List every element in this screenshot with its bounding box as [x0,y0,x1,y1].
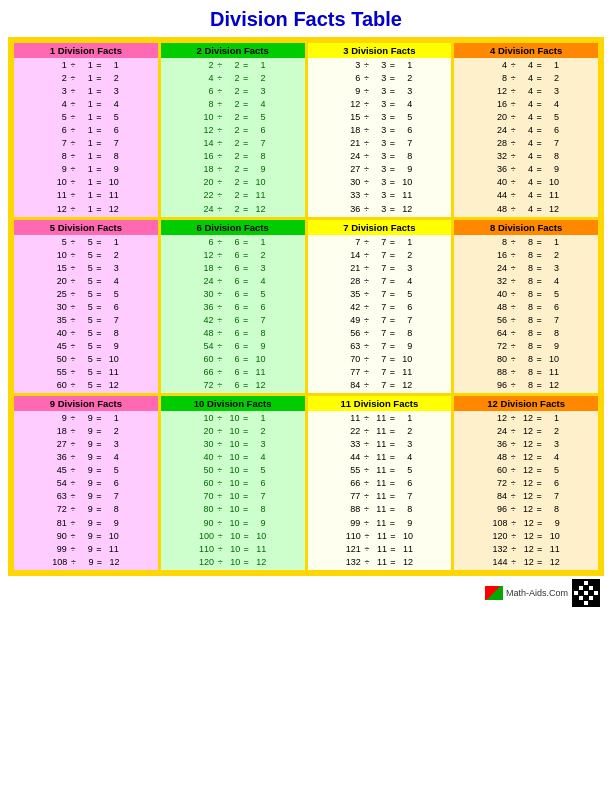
quotient: 12 [399,556,413,569]
eq-op: = [242,85,250,98]
fact-row: 36÷4=9 [457,163,595,176]
dividend: 18 [200,163,214,176]
eq-op: = [95,111,103,124]
quotient: 3 [545,262,559,275]
div-op: ÷ [362,249,370,262]
div-op: ÷ [216,124,224,137]
eq-op: = [242,236,250,249]
eq-op: = [535,262,543,275]
divisor: 5 [79,301,93,314]
dividend: 110 [346,530,361,543]
dividend: 96 [493,503,507,516]
dividend: 30 [53,301,67,314]
divisor: 4 [519,85,533,98]
divisor: 12 [520,517,534,530]
dividend: 45 [53,340,67,353]
dividend: 60 [200,353,214,366]
section-3: 3 Division Facts3÷3=16÷3=29÷3=312÷3=415÷… [308,43,452,217]
fact-row: 81÷9=9 [17,517,155,530]
fact-row: 35÷5=7 [17,314,155,327]
fact-row: 12÷1=12 [17,203,155,216]
quotient: 10 [546,530,560,543]
divisor: 6 [226,288,240,301]
div-op: ÷ [216,490,224,503]
div-op: ÷ [216,438,224,451]
fact-row: 9÷3=3 [311,85,449,98]
eq-op: = [388,412,396,425]
fact-row: 108÷9=12 [17,556,155,569]
dividend: 6 [200,85,214,98]
dividend: 45 [53,464,67,477]
fact-row: 40÷4=10 [457,176,595,189]
dividend: 30 [346,176,360,189]
dividend: 132 [346,556,361,569]
quotient: 9 [105,163,119,176]
div-op: ÷ [216,543,224,556]
dividend: 1 [53,59,67,72]
dividend: 20 [493,111,507,124]
dividend: 144 [493,556,508,569]
quotient: 1 [252,59,266,72]
eq-op: = [242,163,250,176]
eq-op: = [388,72,396,85]
quotient: 2 [398,425,412,438]
divisor: 5 [79,314,93,327]
divisor: 3 [372,85,386,98]
dividend: 11 [346,412,360,425]
fact-row: 16÷4=4 [457,98,595,111]
div-op: ÷ [363,543,371,556]
eq-op: = [535,340,543,353]
div-op: ÷ [216,530,224,543]
div-op: ÷ [362,366,370,379]
eq-op: = [388,124,396,137]
quotient: 2 [252,72,266,85]
section-7-header: 7 Division Facts [308,220,452,235]
eq-op: = [95,59,103,72]
div-op: ÷ [509,163,517,176]
eq-op: = [535,301,543,314]
divisor: 3 [372,176,386,189]
dividend: 12 [200,124,214,137]
div-op: ÷ [362,327,370,340]
div-op: ÷ [216,464,224,477]
quotient: 11 [398,366,412,379]
div-op: ÷ [69,249,77,262]
divisor: 7 [372,275,386,288]
div-op: ÷ [69,543,77,556]
divisor: 8 [519,366,533,379]
dividend: 10 [200,412,214,425]
dividend: 50 [200,464,214,477]
divisor: 10 [226,464,240,477]
dividend: 48 [493,203,507,216]
divisor: 6 [226,262,240,275]
mathaidsCom-icon [485,586,503,600]
eq-op: = [95,451,103,464]
div-op: ÷ [362,438,370,451]
quotient: 1 [252,236,266,249]
divisor: 12 [520,543,534,556]
div-op: ÷ [216,556,224,569]
div-op: ÷ [362,111,370,124]
quotient: 4 [545,451,559,464]
quotient: 3 [545,85,559,98]
fact-row: 108÷12=9 [457,517,595,530]
quotient: 5 [398,464,412,477]
dividend: 2 [200,59,214,72]
divisor: 3 [372,189,386,202]
div-op: ÷ [69,189,77,202]
div-op: ÷ [216,85,224,98]
fact-row: 64÷8=8 [457,327,595,340]
eq-op: = [242,353,250,366]
fact-row: 21÷3=7 [311,137,449,150]
divisor: 6 [226,366,240,379]
table-container: 1 Division Facts1÷1=12÷1=23÷1=34÷1=45÷1=… [8,37,604,576]
divisor: 6 [226,340,240,353]
eq-op: = [535,72,543,85]
eq-op: = [535,425,543,438]
divisor: 4 [519,189,533,202]
dividend: 15 [53,262,67,275]
divisor: 3 [372,59,386,72]
eq-op: = [388,275,396,288]
quotient: 7 [105,314,119,327]
div-op: ÷ [510,517,518,530]
